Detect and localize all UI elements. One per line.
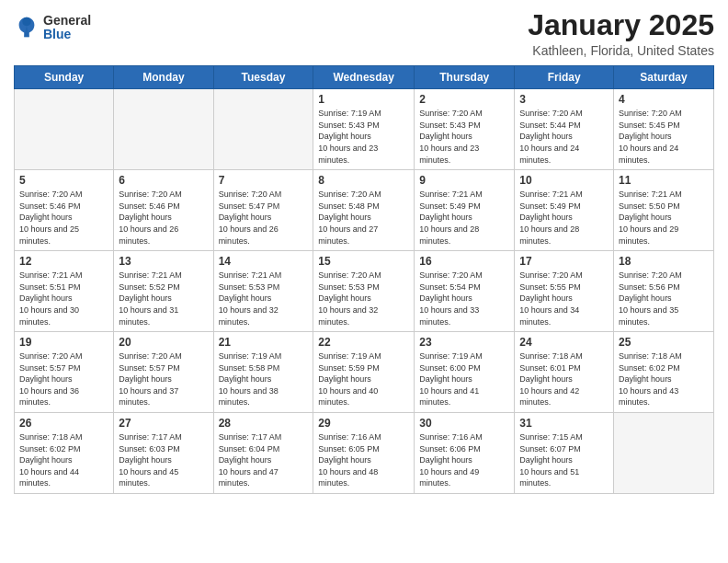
sunset-text: Sunset: 5:43 PM: [419, 121, 481, 130]
calendar-cell: [213, 89, 313, 170]
day-number: 21: [219, 336, 309, 349]
weekday-header-row: Sunday Monday Tuesday Wednesday Thursday…: [15, 66, 714, 89]
daylight-value: 10 hours and 32 minutes.: [219, 305, 279, 327]
day-info: Sunrise: 7:18 AMSunset: 6:02 PMDaylight …: [19, 431, 108, 489]
daylight-value: 10 hours and 29 minutes.: [619, 224, 678, 246]
calendar-week-row: 19Sunrise: 7:20 AMSunset: 5:57 PMDayligh…: [15, 332, 714, 413]
day-info: Sunrise: 7:20 AMSunset: 5:54 PMDaylight …: [419, 270, 509, 327]
calendar-cell: 1Sunrise: 7:19 AMSunset: 5:43 PMDaylight…: [313, 89, 415, 170]
sunrise-text: Sunrise: 7:20 AM: [19, 351, 83, 361]
daylight-value: 10 hours and 23 minutes.: [419, 144, 479, 165]
calendar-cell: 24Sunrise: 7:18 AMSunset: 6:01 PMDayligh…: [515, 332, 614, 413]
sunrise-text: Sunrise: 7:21 AM: [219, 270, 282, 280]
sunrise-text: Sunrise: 7:20 AM: [419, 270, 483, 280]
sunset-text: Sunset: 5:50 PM: [619, 201, 680, 211]
day-number: 26: [19, 417, 108, 430]
daylight-label: Daylight hours: [619, 374, 672, 384]
sunset-text: Sunset: 6:04 PM: [219, 444, 280, 454]
sunrise-text: Sunrise: 7:21 AM: [119, 270, 182, 280]
logo-icon: [14, 15, 40, 40]
day-info: Sunrise: 7:19 AMSunset: 6:00 PMDaylight …: [419, 350, 509, 408]
day-info: Sunrise: 7:21 AMSunset: 5:51 PMDaylight …: [19, 270, 108, 327]
day-info: Sunrise: 7:17 AMSunset: 6:04 PMDaylight …: [219, 431, 309, 489]
daylight-value: 10 hours and 38 minutes.: [219, 386, 279, 408]
day-info: Sunrise: 7:20 AMSunset: 5:48 PMDaylight …: [318, 189, 409, 247]
day-number: 12: [19, 255, 108, 268]
header-tuesday: Tuesday: [213, 66, 313, 89]
day-number: 23: [419, 336, 509, 349]
logo-text: General Blue: [43, 14, 91, 42]
day-info: Sunrise: 7:20 AMSunset: 5:55 PMDaylight …: [519, 270, 609, 327]
sunset-text: Sunset: 6:02 PM: [619, 363, 680, 373]
calendar-cell: 18Sunrise: 7:20 AMSunset: 5:56 PMDayligh…: [614, 251, 714, 332]
daylight-label: Daylight hours: [119, 455, 172, 465]
day-info: Sunrise: 7:15 AMSunset: 6:07 PMDaylight …: [519, 431, 609, 489]
daylight-value: 10 hours and 28 minutes.: [419, 224, 479, 246]
day-info: Sunrise: 7:21 AMSunset: 5:52 PMDaylight …: [119, 270, 208, 327]
sunset-text: Sunset: 5:59 PM: [318, 363, 380, 373]
calendar-cell: 23Sunrise: 7:19 AMSunset: 6:00 PMDayligh…: [415, 332, 515, 413]
sunrise-text: Sunrise: 7:20 AM: [19, 190, 83, 199]
daylight-label: Daylight hours: [619, 132, 672, 141]
sunrise-text: Sunrise: 7:20 AM: [119, 190, 182, 199]
daylight-value: 10 hours and 26 minutes.: [119, 224, 178, 246]
daylight-value: 10 hours and 24 minutes.: [519, 144, 579, 165]
sunset-text: Sunset: 6:06 PM: [419, 444, 481, 454]
header-monday: Monday: [114, 66, 213, 89]
day-info: Sunrise: 7:20 AMSunset: 5:57 PMDaylight …: [119, 350, 208, 408]
calendar-cell: 30Sunrise: 7:16 AMSunset: 6:06 PMDayligh…: [415, 413, 515, 494]
daylight-value: 10 hours and 33 minutes.: [419, 305, 479, 327]
sunrise-text: Sunrise: 7:17 AM: [119, 432, 182, 442]
day-number: 7: [219, 174, 309, 187]
sunrise-text: Sunrise: 7:20 AM: [318, 270, 381, 280]
day-info: Sunrise: 7:21 AMSunset: 5:53 PMDaylight …: [219, 270, 309, 327]
logo: General Blue: [14, 14, 91, 42]
calendar-cell: 11Sunrise: 7:21 AMSunset: 5:50 PMDayligh…: [614, 170, 714, 251]
daylight-label: Daylight hours: [419, 374, 472, 384]
calendar-cell: 7Sunrise: 7:20 AMSunset: 5:47 PMDaylight…: [213, 170, 313, 251]
calendar-cell: 20Sunrise: 7:20 AMSunset: 5:57 PMDayligh…: [114, 332, 213, 413]
daylight-label: Daylight hours: [419, 293, 472, 303]
calendar-cell: 29Sunrise: 7:16 AMSunset: 6:05 PMDayligh…: [313, 413, 415, 494]
daylight-label: Daylight hours: [119, 293, 172, 303]
calendar-cell: 13Sunrise: 7:21 AMSunset: 5:52 PMDayligh…: [114, 251, 213, 332]
daylight-value: 10 hours and 32 minutes.: [318, 305, 378, 327]
sunrise-text: Sunrise: 7:19 AM: [318, 351, 381, 361]
daylight-value: 10 hours and 41 minutes.: [419, 386, 479, 408]
day-number: 6: [119, 174, 208, 187]
sunset-text: Sunset: 5:48 PM: [318, 201, 380, 211]
calendar-cell: [15, 89, 114, 170]
sunset-text: Sunset: 5:47 PM: [219, 201, 280, 211]
sunset-text: Sunset: 5:58 PM: [219, 363, 280, 373]
day-info: Sunrise: 7:18 AMSunset: 6:02 PMDaylight …: [619, 350, 709, 408]
day-number: 18: [619, 255, 709, 268]
calendar-cell: 16Sunrise: 7:20 AMSunset: 5:54 PMDayligh…: [415, 251, 515, 332]
day-info: Sunrise: 7:19 AMSunset: 5:59 PMDaylight …: [318, 350, 409, 408]
day-info: Sunrise: 7:20 AMSunset: 5:46 PMDaylight …: [119, 189, 208, 247]
daylight-label: Daylight hours: [419, 455, 472, 465]
page: General Blue January 2025 Kathleen, Flor…: [0, 0, 728, 563]
day-number: 3: [519, 93, 609, 106]
sunset-text: Sunset: 5:51 PM: [19, 282, 81, 292]
sunrise-text: Sunrise: 7:17 AM: [219, 432, 282, 442]
calendar-cell: 8Sunrise: 7:20 AMSunset: 5:48 PMDaylight…: [313, 170, 415, 251]
day-number: 27: [119, 417, 208, 430]
day-info: Sunrise: 7:20 AMSunset: 5:45 PMDaylight …: [619, 108, 709, 166]
daylight-label: Daylight hours: [119, 374, 172, 384]
sunset-text: Sunset: 5:49 PM: [419, 201, 481, 211]
calendar-cell: 28Sunrise: 7:17 AMSunset: 6:04 PMDayligh…: [213, 413, 313, 494]
day-number: 19: [19, 336, 108, 349]
daylight-label: Daylight hours: [219, 374, 272, 384]
logo-general-text: General: [43, 14, 91, 28]
title-location: Kathleen, Florida, United States: [528, 43, 714, 58]
daylight-label: Daylight hours: [519, 374, 573, 384]
header-thursday: Thursday: [415, 66, 515, 89]
sunset-text: Sunset: 6:02 PM: [19, 444, 81, 454]
sunrise-text: Sunrise: 7:20 AM: [619, 270, 682, 280]
sunrise-text: Sunrise: 7:21 AM: [19, 270, 83, 280]
daylight-label: Daylight hours: [519, 213, 573, 222]
sunset-text: Sunset: 6:07 PM: [519, 444, 581, 454]
daylight-value: 10 hours and 35 minutes.: [619, 305, 678, 327]
daylight-value: 10 hours and 49 minutes.: [419, 467, 479, 488]
sunrise-text: Sunrise: 7:19 AM: [419, 351, 483, 361]
